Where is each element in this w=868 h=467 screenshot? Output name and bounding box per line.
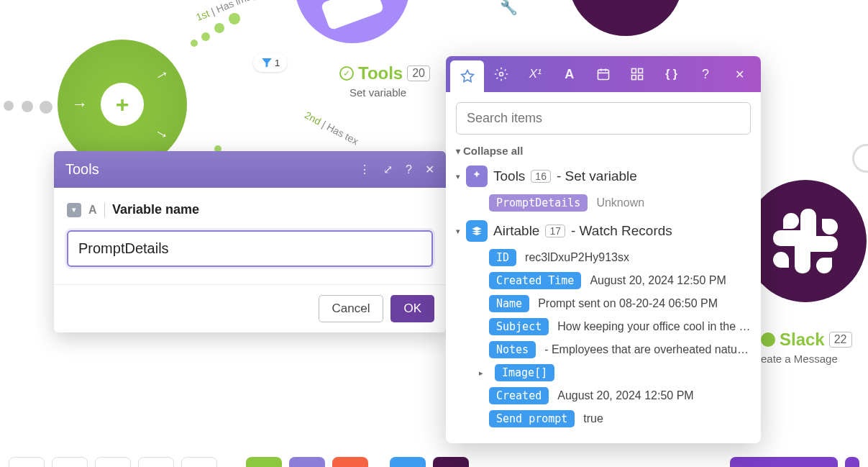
toolbar-item[interactable] [390, 457, 426, 467]
thought-bubble-icon [852, 144, 868, 173]
picker-close[interactable]: ✕ [723, 56, 757, 92]
svg-rect-8 [639, 76, 643, 80]
toolbar-item[interactable] [332, 457, 368, 467]
field-toggle[interactable]: ▾ [67, 203, 81, 217]
bottom-toolbar [0, 453, 868, 467]
tab-json[interactable]: { } [654, 56, 688, 92]
field-subject[interactable]: Subject How keeping your office cool in … [489, 318, 751, 335]
svg-rect-1 [598, 70, 608, 79]
slack-node-label[interactable]: Slack 22 [761, 330, 852, 350]
toolbar-item[interactable] [138, 457, 174, 467]
path-label-2: 2nd | Has tex [303, 109, 360, 148]
expand-icon[interactable]: ⤢ [383, 163, 393, 176]
toolbar-item[interactable] [433, 457, 469, 467]
toolbar-item[interactable] [246, 457, 282, 467]
add-icon: + [101, 83, 144, 126]
funnel-icon [260, 56, 273, 69]
tools-module-icon [466, 166, 488, 187]
more-icon[interactable]: ⋮ [359, 163, 370, 176]
picker-help[interactable]: ? [688, 56, 722, 92]
slack-node[interactable] [744, 180, 867, 302]
path-label-1: 1st | Has imag [194, 0, 258, 23]
tools-node-subtext: Set variable [350, 86, 406, 99]
tools-modal: Tools ⋮ ⤢ ? ✕ ▾ A Variable name Cancel O… [54, 151, 446, 332]
svg-point-0 [499, 73, 503, 76]
toolbar-item[interactable] [845, 457, 859, 467]
modal-header: Tools ⋮ ⤢ ? ✕ [54, 151, 446, 188]
gear-icon [494, 67, 508, 81]
variable-picker-panel: X¹ A { } ? ✕ Collapse all [446, 56, 761, 443]
check-icon [761, 332, 775, 347]
collapse-all-button[interactable]: Collapse all [456, 145, 751, 157]
toolbar-item[interactable] [9, 457, 45, 467]
help-icon[interactable]: ? [406, 163, 412, 176]
module-header-tools[interactable]: Tools 16 - Set variable [456, 166, 751, 187]
modal-title: Tools [65, 161, 99, 178]
tab-text[interactable]: A [552, 56, 586, 92]
close-icon[interactable]: ✕ [425, 163, 434, 176]
tools-node-circle[interactable] [295, 0, 410, 43]
filter-pill[interactable]: 1 [253, 53, 287, 72]
text-icon: A [565, 67, 574, 82]
dark-node-circle[interactable] [568, 0, 683, 36]
filter-count: 1 [275, 58, 280, 68]
toolbar-run-button[interactable] [730, 457, 838, 467]
toolbar-item[interactable] [181, 457, 217, 467]
module-header-airtable[interactable]: Airtable 17 - Watch Records [456, 220, 751, 242]
check-icon: ✓ [339, 66, 354, 81]
slack-node-subtext: eate a Message [761, 353, 838, 365]
wrench-icon: 🔧 [500, 0, 518, 16]
ok-button[interactable]: OK [390, 295, 434, 322]
math-icon: X¹ [529, 67, 542, 81]
close-icon: ✕ [735, 68, 744, 81]
tools-node-label[interactable]: ✓ Tools 20 [339, 63, 430, 83]
text-type-icon: A [88, 204, 97, 217]
search-input[interactable] [456, 102, 751, 135]
field-created[interactable]: Created August 20, 2024 12:50 PM [489, 387, 751, 404]
tab-array[interactable] [621, 56, 654, 92]
help-icon: ? [702, 67, 709, 82]
module-group-tools: Tools 16 - Set variable PromptDetails Un… [456, 166, 751, 212]
calendar-icon [596, 67, 611, 81]
cancel-button[interactable]: Cancel [319, 295, 384, 322]
field-id[interactable]: ID rec3lDxuP2Hy913sx [489, 249, 751, 266]
arrow-right-icon: → [150, 122, 173, 146]
svg-rect-7 [632, 76, 636, 80]
field-image[interactable]: Image[] [489, 364, 751, 381]
field-created-time[interactable]: Created Time August 20, 2024 12:50 PM [489, 272, 751, 289]
tab-favorites[interactable] [450, 60, 484, 92]
tab-date[interactable] [586, 56, 620, 92]
svg-rect-6 [639, 69, 643, 73]
airtable-module-icon [466, 220, 488, 242]
tab-math[interactable]: X¹ [518, 56, 552, 92]
module-group-airtable: Airtable 17 - Watch Records ID rec3lDxuP… [456, 220, 751, 427]
toolbar-item[interactable] [289, 457, 325, 467]
arrow-right-icon: → [150, 63, 173, 87]
picker-tabs: X¹ A { } ? ✕ [446, 56, 761, 92]
svg-rect-5 [632, 69, 636, 73]
toolbar-item[interactable] [52, 457, 88, 467]
field-label: Variable name [112, 202, 199, 217]
field-name[interactable]: Name Prompt sent on 08-20-24 06:50 PM [489, 295, 751, 312]
star-icon [460, 69, 475, 83]
router-node[interactable]: → + → → [58, 40, 187, 169]
grid-icon [630, 67, 644, 81]
field-notes[interactable]: Notes - Employees that are overheated na… [489, 341, 751, 358]
variable-name-input[interactable] [67, 230, 433, 267]
braces-icon: { } [665, 68, 677, 81]
tab-settings[interactable] [484, 56, 518, 92]
slack-icon [773, 209, 838, 273]
field-send-prompt[interactable]: Send prompt true [489, 410, 751, 427]
toolbar-item[interactable] [95, 457, 131, 467]
field-promptdetails[interactable]: PromptDetails Unknown [489, 194, 751, 212]
arrow-right-icon: → [72, 95, 88, 114]
